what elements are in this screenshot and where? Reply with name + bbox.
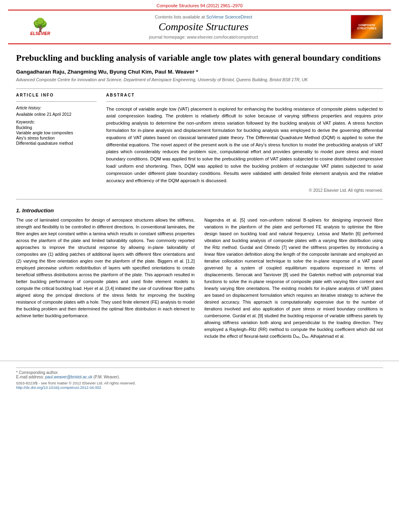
keyword-dqm: Differential quadrature method — [16, 141, 97, 146]
keyword-vat: Variable angle tow composites — [16, 130, 97, 135]
history-value: Available online 21 April 2012 — [16, 112, 97, 117]
copyright-text: 0263-8223/$ - see front matter © 2012 El… — [16, 381, 136, 385]
divider-top — [16, 88, 383, 89]
abstract-col: ABSTRACT The concept of variable angle t… — [106, 93, 383, 193]
doi-link[interactable]: http://dx.doi.org/10.1016/j.compstruct.2… — [16, 385, 101, 390]
intro-col-left: The use of laminated composites for desi… — [16, 217, 195, 343]
divider-body — [16, 199, 383, 199]
intro-para-2: Nagendra et al. [5] used non-uniform rat… — [204, 217, 383, 340]
elsevier-logo: ELSEVIER — [30, 31, 50, 36]
article-info-col: ARTICLE INFO Article history: Available … — [16, 93, 97, 193]
article-info-label: ARTICLE INFO — [16, 93, 97, 97]
corresp-note: * Corresponding author. — [16, 370, 59, 375]
journal-header: 🌳 ELSEVIER Contents lists available at S… — [8, 10, 391, 44]
abstract-text: The concept of variable angle tow (VAT) … — [106, 106, 383, 185]
footer: * Corresponding author. E-mail address: … — [0, 361, 399, 394]
sciverse-text: Contents lists available at — [155, 14, 205, 19]
intro-title: 1. Introduction — [16, 207, 383, 214]
keyword-buckling: Buckling — [16, 125, 97, 130]
keywords-list: Buckling Variable angle tow composites A… — [16, 125, 97, 146]
email-link[interactable]: paul.weaver@bristol.ac.uk — [45, 375, 92, 379]
divider-abstract — [106, 101, 383, 102]
journal-ref: Composite Structures 94 (2012) 2961–2970 — [0, 0, 399, 10]
main-content: Prebuckling and buckling analysis of var… — [0, 44, 399, 351]
sciverse-line: Contents lists available at SciVerse Sci… — [64, 14, 343, 19]
composite-structures-logo: COMPOSITESTRUCTURES — [351, 15, 383, 39]
journal-homepage: journal homepage: www.elsevier.com/locat… — [64, 35, 343, 39]
elsevier-branding: 🌳 ELSEVIER — [16, 18, 64, 36]
intro-para-1: The use of laminated composites for desi… — [16, 217, 195, 320]
paper-title: Prebuckling and buckling analysis of var… — [16, 52, 383, 64]
keywords-label: Keywords: — [16, 120, 97, 124]
keyword-airy: Airy's stress function — [16, 136, 97, 140]
sciverse-link[interactable]: SciVerse ScienceDirect — [206, 14, 252, 19]
abstract-label: ABSTRACT — [106, 93, 383, 97]
divider-info — [16, 101, 97, 102]
authors: Gangadharan Raju, Zhangming Wu, Byung Ch… — [16, 69, 383, 75]
article-info-abstract: ARTICLE INFO Article history: Available … — [16, 93, 383, 193]
journal-title-block: Contents lists available at SciVerse Sci… — [64, 14, 343, 39]
footer-copyright: 0263-8223/$ - see front matter © 2012 El… — [16, 381, 383, 390]
intro-num: 1. — [16, 207, 21, 214]
intro-section: 1. Introduction The use of laminated com… — [16, 207, 383, 343]
footer-corresp: * Corresponding author. E-mail address: … — [16, 368, 383, 379]
email-suffix: (P.M. Weaver). — [93, 375, 120, 379]
affiliation: Advanced Composite Centre for Innovation… — [16, 77, 383, 82]
email-label: E-mail address: — [16, 375, 44, 379]
intro-col-right: Nagendra et al. [5] used non-uniform rat… — [204, 217, 383, 343]
page: Composite Structures 94 (2012) 2961–2970… — [0, 0, 399, 532]
intro-title-text: Introduction — [22, 207, 54, 214]
journal-title: Composite Structures — [64, 21, 343, 33]
intro-body: The use of laminated composites for desi… — [16, 217, 383, 343]
history-label: Article history: — [16, 106, 97, 110]
composite-logo-block: COMPOSITESTRUCTURES — [343, 15, 383, 39]
copyright: © 2012 Elsevier Ltd. All rights reserved… — [106, 188, 383, 193]
